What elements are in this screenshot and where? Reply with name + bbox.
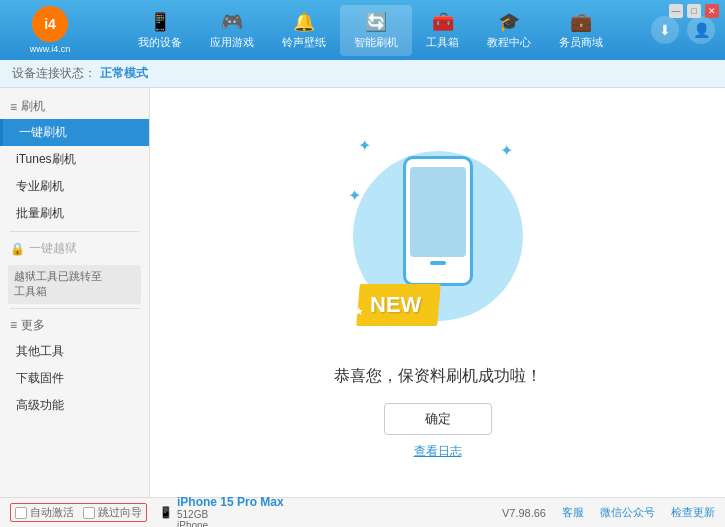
phone-illustration xyxy=(393,146,483,306)
tab-my-device-label: 我的设备 xyxy=(138,35,182,50)
tab-toolbox[interactable]: 🧰 工具箱 xyxy=(412,5,473,56)
header: i4 www.i4.cn 📱 我的设备 🎮 应用游戏 🔔 铃声壁纸 🔄 智能刷机… xyxy=(0,0,725,60)
time-guide-label: 跳过向导 xyxy=(98,505,142,520)
auto-activate-wrap: 自动激活 跳过向导 xyxy=(10,503,147,522)
flash-section-icon: ≡ xyxy=(10,100,17,114)
flash-section-title: ≡ 刷机 xyxy=(0,94,149,119)
service-icon: 💼 xyxy=(570,11,592,33)
success-illustration: ✦ ✦ ✦ NEW ★ ★ xyxy=(338,126,538,346)
logo-area: i4 www.i4.cn xyxy=(10,6,90,54)
star-left: ★ xyxy=(354,305,364,318)
bottom-bar: 自动激活 跳过向导 📱 iPhone 15 Pro Max 512GB iPho… xyxy=(0,497,725,527)
tab-smart-flash[interactable]: 🔄 智能刷机 xyxy=(340,5,412,56)
sidebar-item-download-firmware[interactable]: 下载固件 xyxy=(0,365,149,392)
user-button[interactable]: 👤 xyxy=(687,16,715,44)
tab-app-games-label: 应用游戏 xyxy=(210,35,254,50)
auto-activate-checkbox[interactable] xyxy=(15,507,27,519)
device-storage: 512GB xyxy=(177,509,284,520)
phone-screen xyxy=(410,167,466,257)
sidebar-divider-2 xyxy=(10,308,139,309)
tab-tutorials[interactable]: 🎓 教程中心 xyxy=(473,5,545,56)
tab-my-device[interactable]: 📱 我的设备 xyxy=(124,5,196,56)
maximize-button[interactable]: □ xyxy=(687,4,701,18)
download-button[interactable]: ⬇ xyxy=(651,16,679,44)
time-guide-checkbox[interactable] xyxy=(83,507,95,519)
success-title: 恭喜您，保资料刷机成功啦！ xyxy=(334,366,542,387)
sidebar-item-one-click-flash[interactable]: 一键刷机 xyxy=(0,119,149,146)
device-details: iPhone 15 Pro Max 512GB iPhone xyxy=(177,495,284,528)
status-label: 设备连接状态： xyxy=(12,65,96,82)
app-games-icon: 🎮 xyxy=(221,11,243,33)
sparkle-3: ✦ xyxy=(348,186,361,205)
tab-ringtone-label: 铃声壁纸 xyxy=(282,35,326,50)
phone-body xyxy=(403,156,473,286)
flash-section-label: 刷机 xyxy=(21,98,45,115)
auto-activate-label: 自动激活 xyxy=(30,505,74,520)
lock-icon: 🔒 xyxy=(10,242,25,256)
my-device-icon: 📱 xyxy=(149,11,171,33)
logo-icon: i4 xyxy=(32,6,68,42)
toolbox-icon: 🧰 xyxy=(432,11,454,33)
version-label: V7.98.66 xyxy=(502,507,546,519)
main-layout: ≡ 刷机 一键刷机 iTunes刷机 专业刷机 批量刷机 🔒 一键越狱 越狱工具… xyxy=(0,88,725,497)
more-section-icon: ≡ xyxy=(10,318,17,332)
status-bar: 设备连接状态： 正常模式 xyxy=(0,60,725,88)
tab-service[interactable]: 💼 务员商域 xyxy=(545,5,617,56)
new-banner: NEW xyxy=(356,284,441,326)
tab-service-label: 务员商域 xyxy=(559,35,603,50)
header-right: ⬇ 👤 xyxy=(651,16,715,44)
tab-app-games[interactable]: 🎮 应用游戏 xyxy=(196,5,268,56)
sidebar-item-batch-flash[interactable]: 批量刷机 xyxy=(0,200,149,227)
close-button[interactable]: ✕ xyxy=(705,4,719,18)
bottom-right: V7.98.66 客服 微信公众号 检查更新 xyxy=(502,505,715,520)
sidebar-item-pro-flash[interactable]: 专业刷机 xyxy=(0,173,149,200)
tab-tutorials-label: 教程中心 xyxy=(487,35,531,50)
star-right: ★ xyxy=(498,305,508,318)
check-update-link[interactable]: 检查更新 xyxy=(671,505,715,520)
client-service-link[interactable]: 客服 xyxy=(562,505,584,520)
tab-toolbox-label: 工具箱 xyxy=(426,35,459,50)
content-area: ✦ ✦ ✦ NEW ★ ★ 恭喜您，保资料刷机成功啦！ 确定 查看日志 xyxy=(150,88,725,497)
more-section-title: ≡ 更多 xyxy=(0,313,149,338)
sparkle-2: ✦ xyxy=(500,141,513,160)
ringtone-icon: 🔔 xyxy=(293,11,315,33)
device-info: 📱 iPhone 15 Pro Max 512GB iPhone xyxy=(159,495,284,528)
smart-flash-icon: 🔄 xyxy=(365,11,387,33)
sidebar-divider-1 xyxy=(10,231,139,232)
device-type: iPhone xyxy=(177,520,284,528)
sidebar-item-advanced[interactable]: 高级功能 xyxy=(0,392,149,419)
logo-url: www.i4.cn xyxy=(30,44,71,54)
tutorials-icon: 🎓 xyxy=(498,11,520,33)
device-name: iPhone 15 Pro Max xyxy=(177,495,284,509)
bottom-left: 自动激活 跳过向导 📱 iPhone 15 Pro Max 512GB iPho… xyxy=(10,495,284,528)
view-log-link[interactable]: 查看日志 xyxy=(414,443,462,460)
phone-home-button xyxy=(430,261,446,265)
sidebar-item-itunes-flash[interactable]: iTunes刷机 xyxy=(0,146,149,173)
sparkle-1: ✦ xyxy=(358,136,371,155)
confirm-button[interactable]: 确定 xyxy=(384,403,492,435)
wechat-link[interactable]: 微信公众号 xyxy=(600,505,655,520)
sidebar-item-other-tools[interactable]: 其他工具 xyxy=(0,338,149,365)
status-value: 正常模式 xyxy=(100,65,148,82)
jailbreak-note: 越狱工具已跳转至工具箱 xyxy=(8,265,141,304)
nav-tabs: 📱 我的设备 🎮 应用游戏 🔔 铃声壁纸 🔄 智能刷机 🧰 工具箱 🎓 教程中心… xyxy=(90,5,651,56)
minimize-button[interactable]: — xyxy=(669,4,683,18)
tab-smart-flash-label: 智能刷机 xyxy=(354,35,398,50)
sidebar: ≡ 刷机 一键刷机 iTunes刷机 专业刷机 批量刷机 🔒 一键越狱 越狱工具… xyxy=(0,88,150,497)
device-icon: 📱 xyxy=(159,506,173,519)
new-badge-text: NEW xyxy=(370,292,421,318)
sidebar-jailbreak-disabled: 🔒 一键越狱 xyxy=(0,236,149,261)
tab-ringtone[interactable]: 🔔 铃声壁纸 xyxy=(268,5,340,56)
